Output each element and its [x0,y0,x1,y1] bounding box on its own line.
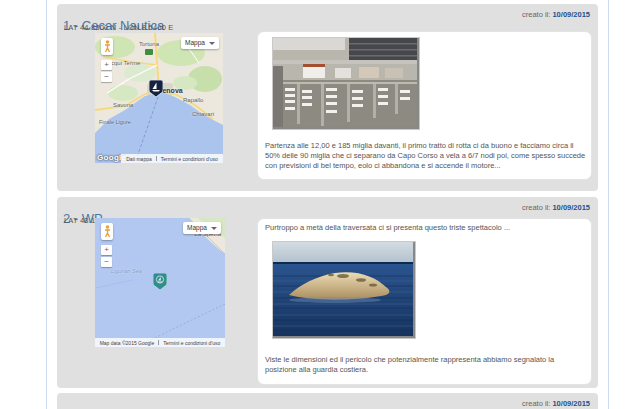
map-data-credit: Map data ©2015 Google [100,340,155,346]
zoom-controls: + − [101,245,112,269]
waypoint-marker-icon[interactable] [149,80,163,97]
entry-photo-whale[interactable] [272,241,416,339]
chevron-down-icon [211,227,217,230]
entry-description: Partenza alle 12,00 e 185 miglia davanti… [265,141,587,171]
chevron-down-icon [209,42,215,45]
log-entry-3: 3 - WP creato il: 10/09/2015 [57,393,598,409]
map-label-chiavari: Chiavari [192,111,214,117]
entry-text-top: Purtroppo a metà della traversata ci si … [265,223,587,233]
pegman-icon[interactable] [101,38,113,55]
entry-coordinates: LAT 44.8800 N - LON 8.5400 E [64,23,174,32]
created-label: creato il: [522,10,550,19]
map-label-ligurian-sea: Ligurian Sea [111,268,142,274]
map-attribution: Map data ©2015 Google Termini e condizio… [95,338,225,347]
terms-link[interactable]: Termini e condizioni d'uso [163,340,220,346]
log-entry-1: 1 - Cecar Nautica LAT 44.8800 N - LON 8.… [57,4,598,191]
terms-link[interactable]: Termini e condizioni d'uso [161,156,218,162]
created-date: 10/09/2015 [552,10,590,19]
entry-text-bottom: Viste le dimensioni ed il pericolo che p… [265,355,587,375]
map-type-dropdown[interactable]: Mappa [183,222,221,234]
created-date: 10/09/2015 [552,399,590,408]
pegman-icon[interactable] [101,223,113,240]
map-label-rapallo: Rapallo [183,97,203,103]
map-type-dropdown[interactable]: Mappa [181,37,219,49]
map-canvas[interactable]: Tortona Acqui Terme Genova Savona Rapall… [95,33,223,163]
created-label: creato il: [522,203,550,212]
zoom-in-button[interactable]: + [101,60,112,70]
map-label-finale-ligure: Finale Ligure [99,119,131,125]
zoom-controls: + − [101,60,112,84]
entry-created: creato il: 10/09/2015 [522,399,590,408]
divider [156,156,157,161]
map-canvas[interactable]: La Spezia Ligurian Sea + − [95,218,225,347]
entry-content-box: Purtroppo a metà della traversata ci si … [257,218,592,385]
entry-created: creato il: 10/09/2015 [522,10,590,19]
entry-created: creato il: 10/09/2015 [522,203,590,212]
map-label-tortona: Tortona [139,41,159,47]
created-label: creato il: [522,399,550,408]
divider [158,340,159,345]
map-data-credit: Dati mappa [126,156,152,162]
map-label-savona: Savona [113,102,133,108]
log-entry-2: 2 - WP LAT 43.1046 N - LON 9.5730 E crea… [57,197,598,388]
map-tiles [95,33,223,163]
entry-photo-marina[interactable] [272,37,420,130]
created-date: 10/09/2015 [552,203,590,212]
zoom-in-button[interactable]: + [101,245,112,255]
zoom-out-button[interactable]: − [101,257,112,267]
entry-content-box: Partenza alle 12,00 e 185 miglia davanti… [257,31,592,180]
map-attribution: Dati mappa Termini e condizioni d'uso [121,154,223,163]
waypoint-marker-icon[interactable] [153,273,167,290]
zoom-out-button[interactable]: − [101,72,112,82]
log-page-container: 1 - Cecar Nautica LAT 44.8800 N - LON 8.… [46,0,609,409]
